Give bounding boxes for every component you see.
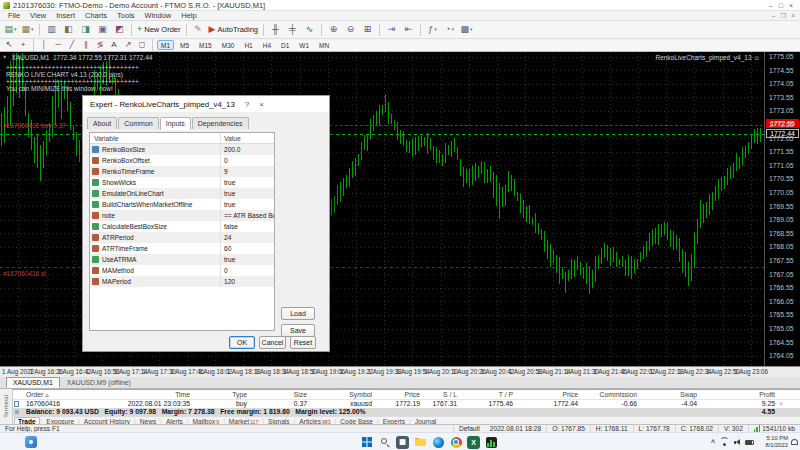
input-value[interactable]: true — [221, 177, 274, 188]
auto-scroll-icon[interactable]: ⇥ — [384, 23, 399, 37]
dialog-tab-common[interactable]: Common — [118, 117, 158, 129]
excel-icon[interactable]: X — [467, 436, 480, 449]
vertical-line-icon[interactable]: │ — [38, 40, 50, 51]
timeframe-h1[interactable]: H1 — [240, 40, 256, 50]
input-value[interactable]: 24 — [221, 232, 274, 243]
chrome-icon[interactable] — [449, 435, 463, 449]
start-icon[interactable] — [360, 435, 374, 449]
task-view-icon[interactable]: ▦ — [396, 436, 409, 449]
edge-icon[interactable] — [431, 435, 445, 449]
input-value[interactable]: 60 — [221, 243, 274, 254]
autotrading-button[interactable]: ▶AutoTrading — [208, 23, 260, 37]
search-icon[interactable] — [378, 435, 392, 449]
timeframe-d1[interactable]: D1 — [277, 40, 293, 50]
timeframe-m30[interactable]: M30 — [218, 40, 239, 50]
input-row-renkotimeframe[interactable]: RenkoTimeFrame9 — [90, 166, 274, 177]
col-header-swap[interactable]: Swap — [607, 390, 697, 400]
chart-minimize-icon[interactable]: – — [772, 12, 776, 20]
zoom-out-icon[interactable]: ⊖ — [343, 23, 358, 37]
new-order-button[interactable]: +New Order — [136, 23, 182, 37]
widgets-icon[interactable] — [25, 436, 37, 448]
profiles-icon[interactable]: ▦▾ — [20, 23, 35, 37]
file-explorer-icon[interactable] — [413, 435, 427, 449]
one-click-trading-icon[interactable]: ▼ — [2, 54, 7, 61]
wifi-icon[interactable] — [720, 438, 729, 446]
timeframe-w1[interactable]: W1 — [295, 40, 313, 50]
terminal-vertical-caption[interactable]: Terminal — [0, 389, 13, 424]
input-row-emulateonlinechart[interactable]: EmulateOnLineCharttrue — [90, 188, 274, 199]
input-row-maperiod[interactable]: MAPeriod120 — [90, 276, 274, 287]
dialog-tab-inputs[interactable]: Inputs — [160, 117, 191, 130]
tile-windows-icon[interactable]: ⊞ — [360, 23, 375, 37]
input-value[interactable]: 0 — [221, 155, 274, 166]
metatrader-icon[interactable] — [484, 435, 498, 449]
input-value[interactable]: 120 — [221, 276, 274, 287]
input-value[interactable]: 9 — [221, 166, 274, 177]
input-row-renkoboxsize[interactable]: RenkoBoxSize200.0 — [90, 144, 274, 155]
load-button[interactable]: Load — [281, 307, 315, 320]
input-row-showwicks[interactable]: ShowWickstrue — [90, 177, 274, 188]
indicators-icon[interactable]: ƒ▾ — [425, 23, 440, 37]
input-value[interactable]: 0 — [221, 265, 274, 276]
tray-chevron-icon[interactable]: ^ — [711, 439, 715, 446]
bar-chart-icon[interactable]: ╫ — [268, 23, 283, 37]
chart-tab-xauusd-m9-offline-[interactable]: XAUUSD,M9 (offline) — [60, 377, 138, 388]
input-value[interactable]: 200.0 — [221, 144, 274, 155]
minimize-icon[interactable]: – — [769, 2, 773, 9]
menu-window[interactable]: Window — [140, 11, 177, 20]
zoom-in-icon[interactable]: ⊕ — [326, 23, 341, 37]
ok-button[interactable]: OK — [229, 336, 255, 349]
taskbar-clock[interactable]: 5:10 PM 8/1/2022 — [765, 435, 788, 449]
speaker-icon[interactable] — [734, 439, 740, 445]
input-value[interactable]: true — [221, 254, 274, 265]
data-window-icon[interactable]: ◧ — [61, 23, 76, 37]
dialog-help-icon[interactable]: ? — [245, 100, 249, 109]
metaeditor-icon[interactable]: ✎ — [191, 23, 206, 37]
input-value[interactable]: true — [221, 199, 274, 210]
input-row-renkoboxoffset[interactable]: RenkoBoxOffset0 — [90, 155, 274, 166]
battery-icon[interactable] — [745, 440, 754, 445]
channel-icon[interactable]: ∥ — [80, 40, 92, 51]
notification-bell-icon[interactable] — [791, 439, 798, 445]
periods-icon[interactable]: ◔▾ — [442, 23, 457, 37]
shapes-icon[interactable]: ◻ — [136, 40, 148, 51]
navigator-icon[interactable]: ◨ — [78, 23, 93, 37]
timeframe-mn[interactable]: MN — [315, 40, 333, 50]
cancel-button[interactable]: Cancel — [259, 336, 286, 349]
dialog-tab-about[interactable]: About — [87, 117, 117, 129]
chart-tab-xauusd-m1[interactable]: XAUUSD,M1 — [6, 377, 60, 388]
input-value[interactable]: true — [221, 188, 274, 199]
dialog-tab-dependencies[interactable]: Dependencies — [192, 117, 249, 129]
input-row-useatrma[interactable]: UseATRMAtrue — [90, 254, 274, 265]
input-row-atrtimeframe[interactable]: ATRTimeFrame60 — [90, 243, 274, 254]
menu-insert[interactable]: Insert — [51, 11, 80, 20]
dialog-close-icon[interactable]: × — [259, 100, 264, 109]
horizontal-line-icon[interactable]: ─ — [52, 40, 64, 51]
crosshair-icon[interactable]: + — [17, 40, 29, 51]
text-icon[interactable]: A — [108, 40, 120, 51]
cursor-icon[interactable]: ↖ — [3, 40, 15, 51]
market-watch-icon[interactable]: ▥ — [44, 23, 59, 37]
input-row-calculatebestboxsize[interactable]: CalculateBestBoxSizefalse — [90, 221, 274, 232]
menu-charts[interactable]: Charts — [80, 11, 112, 20]
timeframe-m1[interactable]: M1 — [157, 40, 174, 50]
menu-help[interactable]: Help — [176, 11, 201, 20]
strategy-tester-icon[interactable]: ◩ — [112, 23, 127, 37]
trendline-icon[interactable]: ╱ — [66, 40, 78, 51]
input-row-buildchartswhenmarketoffline[interactable]: BuildChartsWhenMarketOfflinetrue — [90, 199, 274, 210]
close-icon[interactable]: × — [789, 2, 793, 9]
input-value[interactable]: false — [221, 221, 274, 232]
input-value[interactable]: == ATR Based Boxes == — [221, 210, 274, 221]
col-header-order[interactable]: Order ▵ — [26, 390, 49, 400]
arrow-object-icon[interactable]: ↗ — [122, 40, 134, 51]
input-row-atrperiod[interactable]: ATRPeriod24 — [90, 232, 274, 243]
terminal-panel-icon[interactable]: ▣ — [95, 23, 110, 37]
menu-view[interactable]: View — [25, 11, 51, 20]
timeframe-m15[interactable]: M15 — [195, 40, 216, 50]
reset-button[interactable]: Reset — [290, 336, 316, 349]
chart-restore-icon[interactable]: ❐ — [780, 12, 786, 20]
maximize-icon[interactable]: □ — [779, 2, 783, 9]
input-row-mamethod[interactable]: MAMethod0 — [90, 265, 274, 276]
menu-file[interactable]: File — [3, 11, 25, 20]
new-chart-icon[interactable]: ▤▾ — [3, 23, 18, 37]
